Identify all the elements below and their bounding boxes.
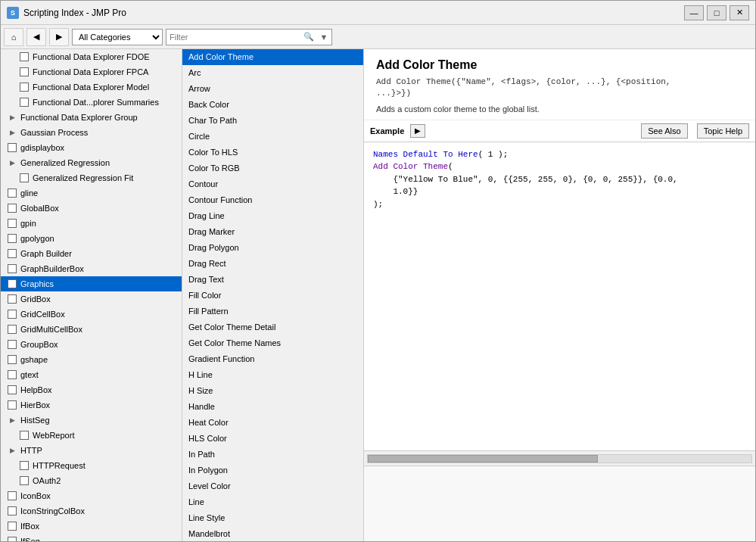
middle-item-label-fill-pattern: Fill Pattern [188,307,229,316]
search-dropdown-button[interactable]: ▼ [316,30,331,45]
middle-item-handle[interactable]: Handle [182,399,363,415]
left-item-httprequest[interactable]: HTTPRequest [1,458,182,473]
middle-item-circle[interactable]: Circle [182,129,363,145]
home-button[interactable]: ⌂ [4,28,23,46]
left-item-histseg[interactable]: ▶HistSeg [1,413,182,428]
item-icon-generalized-regression-fit [19,173,30,183]
left-item-iconstringcolbox[interactable]: IconStringColBox [1,503,182,519]
middle-item-back-color[interactable]: Back Color [182,97,363,113]
middle-item-label-hls-color: HLS Color [188,434,227,443]
middle-item-fill-color[interactable]: Fill Color [182,288,363,304]
left-panel-wrap: Functional Data Explorer FDOEFunctional … [1,49,182,541]
left-item-gridbox[interactable]: GridBox [1,291,182,307]
left-item-ifseg[interactable]: IfSeg [1,534,182,541]
left-item-oauth2[interactable]: OAuth2 [1,473,182,488]
window-controls: — □ ✕ [684,5,749,20]
middle-item-drag-rect[interactable]: Drag Rect [182,256,363,272]
left-item-gtext[interactable]: gtext [1,367,182,382]
left-item-gdisplaybox[interactable]: gdisplaybox [1,140,182,155]
middle-item-hls-color[interactable]: HLS Color [182,431,363,447]
middle-item-label-drag-text: Drag Text [188,275,224,284]
left-item-webreport[interactable]: WebReport [1,428,182,443]
left-item-gshape[interactable]: gshape [1,352,182,367]
middle-item-drag-polygon[interactable]: Drag Polygon [182,240,363,256]
middle-item-contour-function[interactable]: Contour Function [182,192,363,208]
minimize-button[interactable]: — [684,5,704,20]
left-item-gaussian-process[interactable]: ▶Gaussian Process [1,125,182,140]
horizontal-scrollbar[interactable] [367,454,752,463]
middle-item-level-color[interactable]: Level Color [182,478,363,494]
item-icon-webreport [19,430,30,441]
close-button[interactable]: ✕ [730,5,749,20]
see-also-button[interactable]: See Also [641,123,687,139]
middle-item-arrow[interactable]: Arrow [182,81,363,97]
left-item-gline[interactable]: gline [1,185,182,201]
item-icon-graphics [7,279,17,289]
left-item-iconbox[interactable]: IconBox [1,488,182,503]
back-button[interactable]: ◀ [26,28,46,46]
left-item-graphics[interactable]: Graphics [1,276,182,291]
middle-item-contour[interactable]: Contour [182,176,363,192]
left-item-gpin[interactable]: gpin [1,216,182,231]
middle-item-drag-line[interactable]: Drag Line [182,208,363,224]
left-item-graph-builder[interactable]: Graph Builder [1,246,182,261]
middle-item-drag-text[interactable]: Drag Text [182,272,363,288]
middle-item-label-get-color-theme-detail: Get Color Theme Detail [188,322,275,332]
left-item-groupbox[interactable]: GroupBox [1,337,182,352]
search-input[interactable] [166,33,301,42]
run-button[interactable]: ▶ [410,124,425,138]
middle-item-get-color-theme-detail[interactable]: Get Color Theme Detail [182,319,363,335]
middle-item-h-size[interactable]: H Size [182,383,363,399]
topic-help-button[interactable]: Topic Help [697,123,749,139]
maximize-button[interactable]: □ [707,5,726,20]
left-item-hierbox[interactable]: HierBox [1,397,182,413]
left-item-graphbuilderbox[interactable]: GraphBuilderBox [1,261,182,276]
middle-item-in-path[interactable]: In Path [182,447,363,463]
item-icon-httprequest [19,460,30,471]
item-icon-gridcellbox [7,309,17,319]
middle-item-arc[interactable]: Arc [182,65,363,81]
left-item-globalbox[interactable]: GlobalBox [1,201,182,216]
middle-item-label-char-to-path: Char To Path [188,116,237,125]
middle-item-drag-marker[interactable]: Drag Marker [182,224,363,240]
left-item-ifbox[interactable]: IfBox [1,519,182,534]
scrollbar-thumb [368,455,598,463]
middle-item-in-polygon[interactable]: In Polygon [182,463,363,478]
left-item-gridcellbox[interactable]: GridCellBox [1,307,182,322]
middle-item-label-in-polygon: In Polygon [188,466,228,475]
middle-item-heat-color[interactable]: Heat Color [182,415,363,431]
middle-item-fill-pattern[interactable]: Fill Pattern [182,304,363,319]
middle-item-char-to-path[interactable]: Char To Path [182,113,363,129]
left-item-gpolygon[interactable]: gpolygon [1,231,182,246]
middle-item-gradient-function[interactable]: Gradient Function [182,351,363,367]
category-dropdown[interactable]: All Categories [72,29,163,45]
item-icon-globalbox [7,203,17,213]
forward-button[interactable]: ▶ [49,28,69,46]
middle-item-label-color-to-rgb: Color To RGB [188,164,240,173]
middle-item-get-color-theme-names[interactable]: Get Color Theme Names [182,335,363,351]
left-item-label-ifseg: IfSeg [20,535,40,541]
search-button[interactable]: 🔍 [301,30,316,45]
middle-item-color-to-rgb[interactable]: Color To RGB [182,160,363,176]
left-item-functional-data-group[interactable]: ▶Functional Data Explorer Group [1,110,182,125]
left-item-gridmulticellbox[interactable]: GridMultiCellBox [1,322,182,337]
middle-item-line-style[interactable]: Line Style [182,510,363,526]
middle-item-line[interactable]: Line [182,494,363,510]
left-item-label-webreport: WebReport [33,429,74,441]
left-item-functional-data-summaries[interactable]: Functional Dat...plorer Summaries [1,95,182,110]
middle-item-color-to-hls[interactable]: Color To HLS [182,145,363,160]
item-icon-gdisplaybox [7,142,17,153]
middle-item-add-color-theme[interactable]: Add Color Theme [182,49,363,65]
code-span-5: {"Yellow To Blue", 0, {{255, 255, 0}, {0… [373,175,678,184]
middle-item-label-circle: Circle [188,132,210,141]
left-item-functional-data-fpca[interactable]: Functional Data Explorer FPCA [1,64,182,79]
left-item-generalized-regression-fit[interactable]: Generalized Regression Fit [1,170,182,185]
left-item-generalized-regression[interactable]: ▶Generalized Regression [1,155,182,170]
middle-item-mandelbrot[interactable]: Mandelbrot [182,526,363,541]
middle-item-h-line[interactable]: H Line [182,367,363,383]
left-item-functional-data-fdoe[interactable]: Functional Data Explorer FDOE [1,49,182,64]
left-item-http[interactable]: ▶HTTP [1,443,182,458]
left-item-helpbox[interactable]: HelpBox [1,382,182,397]
middle-item-label-drag-polygon: Drag Polygon [188,243,239,252]
left-item-functional-data-model[interactable]: Functional Data Explorer Model [1,79,182,95]
